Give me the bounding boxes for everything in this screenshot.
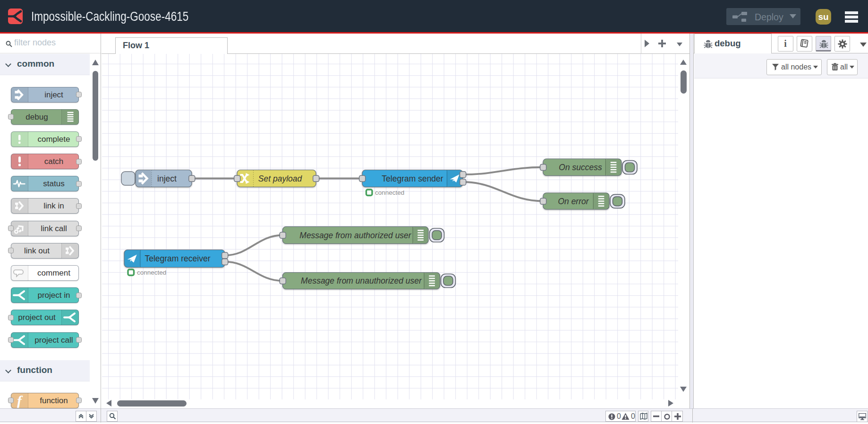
svg-text:f: f (17, 393, 23, 408)
svg-text:connected: connected (137, 269, 166, 276)
svg-text:On success: On success (559, 163, 602, 172)
svg-text:inject: inject (157, 174, 177, 183)
svg-text:Message from authorized user: Message from authorized user (299, 231, 412, 240)
svg-text:i: i (784, 39, 787, 48)
svg-text:Telegram sender: Telegram sender (382, 174, 443, 183)
svg-text:Telegram receiver: Telegram receiver (145, 254, 210, 263)
svg-text:Set payload: Set payload (258, 174, 303, 183)
svg-text:Message from unauthorized user: Message from unauthorized user (301, 276, 422, 286)
svg-text:On error: On error (558, 197, 589, 206)
svg-text:connected: connected (375, 189, 404, 196)
